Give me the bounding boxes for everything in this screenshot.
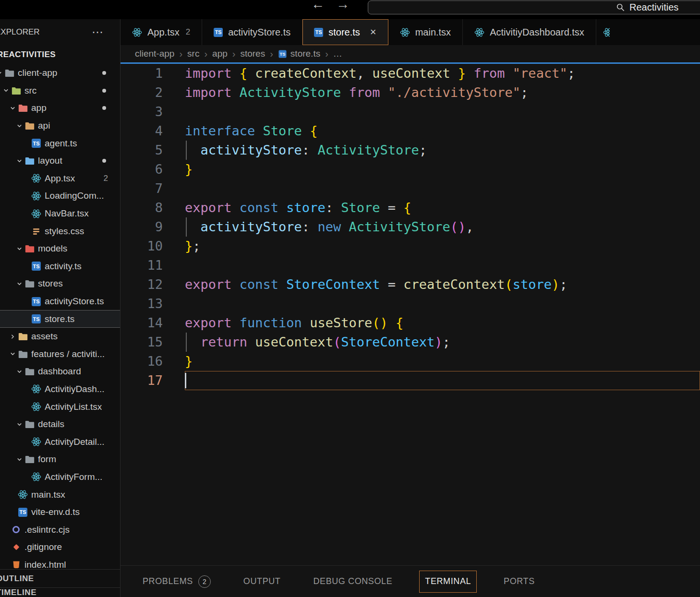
timeline-section[interactable]: TIMELINE [0,587,121,597]
tree-item-client-app[interactable]: client-app [0,64,121,82]
code-line-10[interactable]: 10}; [121,237,700,256]
more-actions-icon[interactable]: ⋯ [92,25,104,39]
code-line-9[interactable]: 9 activityStore: new ActivityStore(), [121,217,700,237]
tree-item-models[interactable]: models [0,240,121,258]
command-center-search[interactable]: Reactivities [368,0,700,14]
line-number[interactable]: 9 [121,217,185,237]
chevron-down-icon[interactable] [15,157,24,165]
tab-activitiydashboard-tsx[interactable]: ActivitiyDashboard.tsx [463,19,596,45]
chevron-down-icon[interactable] [15,455,24,464]
line-number[interactable]: 4 [121,121,185,141]
code-line-12[interactable]: 12export const StoreContext = createCont… [121,275,700,294]
line-number[interactable]: 5 [121,141,185,160]
tree-item-gitignore[interactable]: .gitignore [0,538,121,556]
breadcrumb-item-stores[interactable]: stores [240,48,265,59]
panel-tab-problems[interactable]: PROBLEMS2 [137,571,217,593]
chevron-down-icon[interactable] [15,280,24,288]
line-number[interactable]: 15 [121,333,185,352]
line-number[interactable]: 6 [121,160,185,179]
close-icon[interactable]: × [370,26,376,38]
breadcrumb-item-app[interactable]: app [212,48,228,59]
outline-section[interactable]: OUTLINE [0,569,121,587]
breadcrumb-item-src[interactable]: src [187,48,199,59]
nav-back-button[interactable]: ← [311,0,325,12]
code-line-1[interactable]: 1import { createContext, useContext } fr… [121,64,700,83]
tree-item-activityform[interactable]: ActivityForm... [0,468,121,486]
tab-store-ts[interactable]: TSstore.ts× [302,19,388,45]
line-number[interactable]: 13 [121,294,185,313]
code-line-4[interactable]: 4interface Store { [121,121,700,141]
chevron-down-icon[interactable] [9,350,17,358]
tree-item-activitylist-tsx[interactable]: ActivityList.tsx [0,398,121,416]
tree-item-layout[interactable]: layout [0,152,121,170]
tree-item-form[interactable]: form [0,451,121,468]
tree-item-vite-env-d-ts[interactable]: TSvite-env.d.ts [0,503,121,521]
code-line-6[interactable]: 6} [121,160,700,179]
tree-item-styles-css[interactable]: styles.css [0,222,121,240]
breadcrumb-item-client-app[interactable]: client-app [135,48,174,59]
line-number[interactable]: 2 [121,83,185,102]
panel-tab-terminal[interactable]: TERMINAL [419,571,477,593]
tab-app-tsx[interactable]: App.tsx2 [121,19,202,45]
line-number[interactable]: 1 [121,64,185,83]
tab-main-tsx[interactable]: main.tsx [388,19,463,45]
line-number[interactable]: 8 [121,198,185,217]
panel-tab-output[interactable]: OUTPUT [238,571,287,593]
section-reactivities[interactable]: REACTIVITIES [0,45,121,64]
tree-item-stores[interactable]: stores [0,275,121,293]
chevron-down-icon[interactable] [0,69,3,77]
panel-tab-debug-console[interactable]: DEBUG CONSOLE [307,571,398,593]
tree-item-app-tsx[interactable]: App.tsx2 [0,170,121,188]
chevron-right-icon[interactable] [9,333,17,341]
code-line-17[interactable]: 17 [121,371,700,390]
code-line-2[interactable]: 2import ActivityStore from "./activitySt… [121,83,700,102]
code-line-3[interactable]: 3 [121,102,700,121]
code-line-15[interactable]: 15 return useContext(StoreContext); [121,333,700,352]
panel-tab-ports[interactable]: PORTS [498,571,541,593]
line-number[interactable]: 11 [121,256,185,275]
line-number[interactable]: 10 [121,237,185,256]
tree-item-activitiydash[interactable]: ActivitiyDash... [0,381,121,398]
tree-item-activitystore-ts[interactable]: TSactivityStore.ts [0,293,121,310]
code-line-8[interactable]: 8export const store: Store = { [121,198,700,217]
tree-item-app[interactable]: app [0,99,121,117]
code-line-16[interactable]: 16} [121,352,700,371]
tree-item-features-activiti[interactable]: features / activiti... [0,346,121,363]
tree-item-store-ts[interactable]: TSstore.ts [0,310,121,328]
code-line-13[interactable]: 13 [121,294,700,313]
chevron-down-icon[interactable] [9,104,17,112]
code-line-5[interactable]: 5 activityStore: ActivityStore; [121,141,700,160]
code-line-7[interactable]: 7 [121,179,700,198]
line-number[interactable]: 16 [121,352,185,371]
line-number[interactable]: 14 [121,313,185,333]
chevron-down-icon[interactable] [15,420,24,429]
tab-activitystore-ts[interactable]: TSactivityStore.ts [202,19,302,45]
nav-forward-button[interactable]: → [336,0,350,12]
tree-item-api[interactable]: api [0,117,121,135]
chevron-down-icon[interactable] [15,368,24,376]
breadcrumb-item-item[interactable]: … [333,48,342,59]
tree-item-index-html[interactable]: index.html [0,556,121,568]
tree-item-activity-ts[interactable]: TSactivity.ts [0,258,121,275]
tab-partial[interactable] [596,19,610,45]
breadcrumb-item-store-ts[interactable]: TSstore.ts [278,48,320,59]
tree-item-activitydetail[interactable]: ActivityDetail... [0,433,121,451]
chevron-down-icon[interactable] [15,122,24,130]
tree-item-agent-ts[interactable]: TSagent.ts [0,134,121,152]
tree-item-dashboard[interactable]: dashboard [0,363,121,381]
line-number[interactable]: 3 [121,102,185,121]
line-number[interactable]: 17 [121,371,185,390]
tree-item-src[interactable]: src [0,82,121,100]
tree-item-main-tsx[interactable]: main.tsx [0,486,121,503]
tree-item-navbar-tsx[interactable]: NavBar.tsx [0,205,121,223]
line-number[interactable]: 12 [121,275,185,294]
code-line-11[interactable]: 11 [121,256,700,275]
code-line-14[interactable]: 14export function useStore() { [121,313,700,333]
tree-item-assets[interactable]: assets [0,328,121,346]
line-number[interactable]: 7 [121,179,185,198]
chevron-down-icon[interactable] [2,86,10,95]
code-editor[interactable]: 1import { createContext, useContext } fr… [121,64,700,565]
tree-item-details[interactable]: details [0,416,121,433]
chevron-down-icon[interactable] [15,245,24,253]
tree-item-loadingcom[interactable]: LoadingCom... [0,187,121,205]
